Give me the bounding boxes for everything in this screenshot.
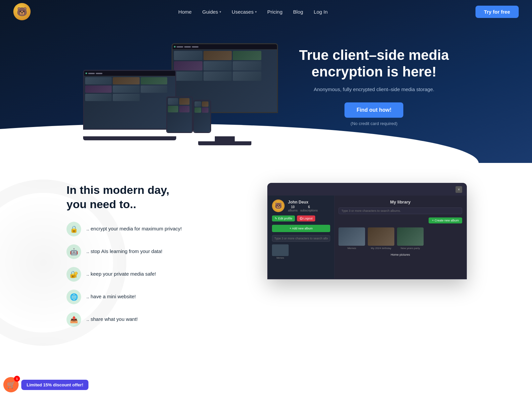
album-thumbs: Memes [272, 244, 330, 259]
encrypt-icon: 🔒 [66, 222, 81, 236]
safe-icon: 🔐 [66, 267, 81, 282]
feature-item-share: 📤 .. share what you want! [66, 312, 234, 327]
navbar: 🐻 Home Guides ▾ Usecases ▾ Pricing Blog … [0, 0, 532, 23]
website-icon: 🌐 [66, 290, 81, 304]
nav-blog[interactable]: Blog [293, 9, 303, 15]
feature-text-ai: .. stop AIs learning from your data! [86, 244, 162, 255]
hero-devices [80, 37, 285, 136]
feature-item-ai: 🤖 .. stop AIs learning from your data! [66, 244, 234, 259]
nav-usecases[interactable]: Usecases ▾ [232, 9, 257, 15]
user-name: John Deux [288, 200, 318, 204]
feature-item-website: 🌐 .. have a mini website! [66, 290, 234, 304]
find-out-how-button[interactable]: Find out how! [344, 102, 403, 118]
nav-links: Home Guides ▾ Usecases ▾ Pricing Blog Lo… [178, 9, 328, 15]
user-info: John Deux 10 albums 6 subscriptions [288, 200, 318, 212]
home-pictures-label: Home pictures [338, 252, 462, 258]
feature-item-encrypt: 🔒 .. encrypt your media for maximum priv… [66, 222, 234, 236]
lib-album-newyear: New years party [397, 227, 424, 250]
feature-text-share: .. share what you want! [86, 312, 138, 323]
logo-image: 🐻 [13, 3, 31, 20]
features-left: In this modern day, you need to.. 🔒 .. e… [66, 183, 234, 335]
feature-text-encrypt: .. encrypt your media for maximum privac… [86, 222, 182, 232]
screenshot-top-bar: × [268, 184, 466, 196]
hero-text-block: True client–side media encryption is her… [296, 47, 452, 126]
feature-item-safe: 🔐 .. keep your private media safe! [66, 267, 234, 282]
laptop-base [83, 136, 176, 140]
logout-button[interactable]: ⏻ Logout [297, 215, 315, 221]
hero-content: True client–side media encryption is her… [66, 23, 466, 163]
album-count: 10 [291, 205, 295, 209]
user-panel: 🐻 John Deux 10 albums 6 [268, 196, 334, 279]
hero-section: True client–side media encryption is her… [0, 0, 532, 163]
hero-title: True client–side media encryption is her… [296, 47, 452, 80]
app-screenshot: × 🐻 John Deux 10 albums [267, 183, 467, 279]
search-albums-input[interactable] [272, 235, 330, 242]
nav-home[interactable]: Home [178, 9, 192, 15]
no-credit-card-text: (No credit card required) [296, 121, 452, 126]
my-library-title: My library [338, 200, 462, 204]
app-preview: × 🐻 John Deux 10 albums [254, 183, 466, 279]
album-thumb-memes: Memes [272, 244, 289, 259]
library-grid: Memes My 2024 birthday New years party [338, 227, 462, 250]
library-panel: My library + Create new album Memes My 2… [334, 196, 466, 279]
ai-icon: 🤖 [66, 244, 81, 259]
lib-album-memes: Memes [338, 227, 365, 250]
profile-buttons: ✎ Edit profile ⏻ Logout [272, 215, 330, 221]
create-album-button[interactable]: + Create new album [429, 217, 462, 223]
user-stats: 10 albums 6 subscriptions [288, 205, 318, 212]
laptop-device [83, 70, 176, 130]
feature-text-website: .. have a mini website! [86, 290, 136, 300]
content-inner: In this modern day, you need to.. 🔒 .. e… [66, 183, 466, 335]
hero-subtitle: Anonymous, fully encrypted client–side m… [296, 86, 452, 93]
usecases-chevron-icon: ▾ [255, 10, 257, 14]
edit-profile-button[interactable]: ✎ Edit profile [272, 215, 295, 221]
content-section: In this modern day, you need to.. 🔒 .. e… [0, 163, 532, 348]
try-for-free-button[interactable]: Try for free [475, 6, 519, 18]
screenshot-body: 🐻 John Deux 10 albums 6 [268, 196, 466, 279]
modal-close-button[interactable]: × [456, 186, 462, 193]
nav-guides[interactable]: Guides ▾ [202, 9, 221, 15]
nav-login[interactable]: Log In [314, 9, 328, 15]
feature-text-safe: .. keep your private media safe! [86, 267, 156, 277]
logo[interactable]: 🐻 [13, 3, 31, 20]
tablet-device [166, 96, 193, 133]
subs-label: subscriptions [300, 209, 318, 212]
nav-pricing[interactable]: Pricing [267, 9, 283, 15]
add-album-button[interactable]: + Add new album [272, 225, 330, 232]
library-search-input[interactable] [338, 207, 462, 214]
user-avatar: 🐻 [272, 200, 285, 212]
user-profile: 🐻 John Deux 10 albums 6 [272, 200, 330, 212]
sub-count: 6 [308, 205, 310, 209]
devices-mockup [80, 37, 285, 136]
phone-device [193, 100, 211, 133]
albums-label: albums [288, 209, 298, 212]
features-heading: In this modern day, you need to.. [66, 183, 234, 211]
share-icon: 📤 [66, 312, 81, 327]
lib-album-birthday: My 2024 birthday [368, 227, 394, 250]
guides-chevron-icon: ▾ [219, 10, 221, 14]
monitor-stand [172, 136, 278, 148]
